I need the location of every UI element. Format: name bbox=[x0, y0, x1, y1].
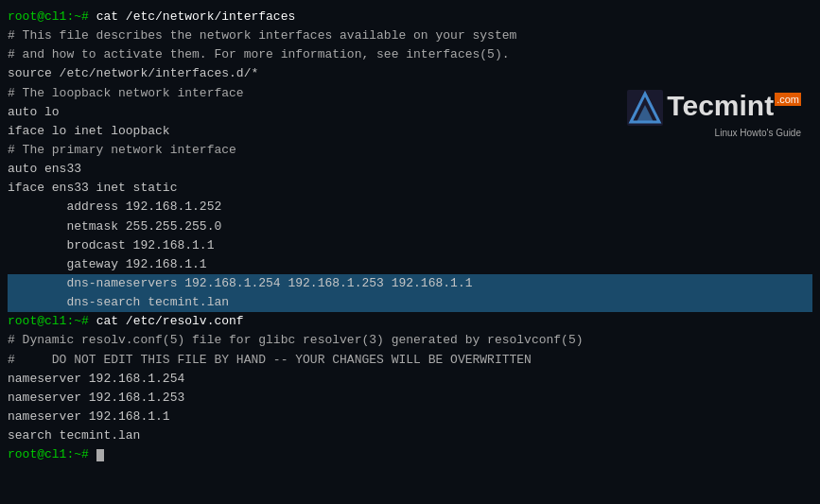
logo-icon bbox=[627, 90, 663, 126]
logo-text: Tecmint bbox=[667, 90, 774, 122]
terminal-line: iface ens33 inet static bbox=[8, 179, 812, 198]
terminal: root@cl1:~# cat /etc/network/interfaces#… bbox=[0, 0, 820, 504]
terminal-line: root@cl1:~# cat /etc/resolv.conf bbox=[8, 312, 812, 331]
terminal-line: gateway 192.168.1.1 bbox=[8, 255, 812, 274]
terminal-line: nameserver 192.168.1.253 bbox=[8, 389, 812, 408]
terminal-line: source /etc/network/interfaces.d/* bbox=[8, 64, 812, 83]
terminal-line: root@cl1:~# bbox=[8, 445, 812, 464]
terminal-line: # Dynamic resolv.conf(5) file for glibc … bbox=[8, 331, 812, 350]
terminal-line: nameserver 192.168.1.254 bbox=[8, 370, 812, 389]
terminal-line: # This file describes the network interf… bbox=[8, 26, 812, 45]
terminal-line: # DO NOT EDIT THIS FILE BY HAND -- YOUR … bbox=[8, 351, 812, 370]
terminal-line: netmask 255.255.255.0 bbox=[8, 217, 812, 236]
terminal-line: auto ens33 bbox=[8, 160, 812, 179]
terminal-line: # and how to activate them. For more inf… bbox=[8, 45, 812, 64]
logo-subtitle: Linux Howto's Guide bbox=[715, 128, 801, 138]
logo: Tecmint.com Linux Howto's Guide bbox=[627, 90, 801, 138]
terminal-line: nameserver 192.168.1.1 bbox=[8, 408, 812, 426]
terminal-line: brodcast 192.168.1.1 bbox=[8, 236, 812, 255]
logo-com: .com bbox=[775, 93, 801, 106]
terminal-line: dns-search tecmint.lan bbox=[8, 293, 812, 312]
terminal-line: root@cl1:~# cat /etc/network/interfaces bbox=[8, 8, 812, 26]
terminal-line: search tecmint.lan bbox=[8, 426, 812, 445]
terminal-output: root@cl1:~# cat /etc/network/interfaces#… bbox=[8, 8, 812, 464]
terminal-line: address 192.168.1.252 bbox=[8, 198, 812, 217]
terminal-line: # The primary network interface bbox=[8, 141, 812, 160]
terminal-line: dns-nameservers 192.168.1.254 192.168.1.… bbox=[8, 274, 812, 293]
